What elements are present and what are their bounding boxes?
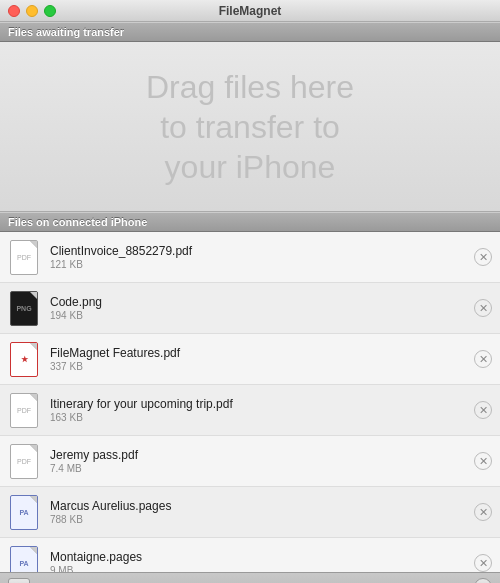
file-list: PDF ClientInvoice_8852279.pdf 121 KB ✕ P…: [0, 232, 500, 572]
maximize-button[interactable]: [44, 5, 56, 17]
close-button[interactable]: [8, 5, 20, 17]
help-button[interactable]: ?: [474, 578, 492, 584]
list-item: ★ FileMagnet Features.pdf 337 KB ✕: [0, 334, 500, 385]
drop-zone-text: Drag files here to transfer to your iPho…: [146, 67, 354, 187]
file-info: Montaigne.pages 9 MB: [50, 550, 474, 572]
list-item: PDF ClientInvoice_8852279.pdf 121 KB ✕: [0, 232, 500, 283]
list-item: PA Montaigne.pages 9 MB ✕: [0, 538, 500, 572]
window-title: FileMagnet: [219, 4, 282, 18]
file-info: Jeremy pass.pdf 7.4 MB: [50, 448, 474, 474]
title-bar: FileMagnet: [0, 0, 500, 22]
file-info: ClientInvoice_8852279.pdf 121 KB: [50, 244, 474, 270]
file-type-icon: PDF: [8, 391, 40, 429]
file-remove-button[interactable]: ✕: [474, 452, 492, 470]
file-size: 163 KB: [50, 412, 474, 423]
add-button[interactable]: +: [8, 578, 30, 584]
file-remove-button[interactable]: ✕: [474, 554, 492, 572]
list-item: PNG Code.png 194 KB ✕: [0, 283, 500, 334]
file-size: 9 MB: [50, 565, 474, 572]
file-info: Code.png 194 KB: [50, 295, 474, 321]
file-name: Itinerary for your upcoming trip.pdf: [50, 397, 474, 411]
file-name: Jeremy pass.pdf: [50, 448, 474, 462]
file-type-icon: ★: [8, 340, 40, 378]
file-name: FileMagnet Features.pdf: [50, 346, 474, 360]
file-name: ClientInvoice_8852279.pdf: [50, 244, 474, 258]
file-size: 194 KB: [50, 310, 474, 321]
file-type-icon: PA: [8, 544, 40, 572]
file-info: FileMagnet Features.pdf 337 KB: [50, 346, 474, 372]
file-remove-button[interactable]: ✕: [474, 503, 492, 521]
awaiting-section-header: Files awaiting transfer: [0, 22, 500, 42]
connected-section-header: Files on connected iPhone: [0, 212, 500, 232]
file-size: 7.4 MB: [50, 463, 474, 474]
file-name: Marcus Aurelius.pages: [50, 499, 474, 513]
file-size: 121 KB: [50, 259, 474, 270]
file-type-icon: PA: [8, 493, 40, 531]
file-name: Montaigne.pages: [50, 550, 474, 564]
file-remove-button[interactable]: ✕: [474, 299, 492, 317]
file-type-icon: PNG: [8, 289, 40, 327]
file-info: Itinerary for your upcoming trip.pdf 163…: [50, 397, 474, 423]
file-info: Marcus Aurelius.pages 788 KB: [50, 499, 474, 525]
window-controls: [8, 5, 56, 17]
file-size: 337 KB: [50, 361, 474, 372]
file-type-icon: PDF: [8, 442, 40, 480]
file-name: Code.png: [50, 295, 474, 309]
list-item: PDF Jeremy pass.pdf 7.4 MB ✕: [0, 436, 500, 487]
list-item: PDF Itinerary for your upcoming trip.pdf…: [0, 385, 500, 436]
list-item: PA Marcus Aurelius.pages 788 KB ✕: [0, 487, 500, 538]
file-remove-button[interactable]: ✕: [474, 401, 492, 419]
drop-zone[interactable]: Drag files here to transfer to your iPho…: [0, 42, 500, 212]
bottom-bar: + Connected to Joseph Castillo's iPad. ?: [0, 572, 500, 583]
file-size: 788 KB: [50, 514, 474, 525]
file-type-icon: PDF: [8, 238, 40, 276]
file-remove-button[interactable]: ✕: [474, 350, 492, 368]
minimize-button[interactable]: [26, 5, 38, 17]
file-remove-button[interactable]: ✕: [474, 248, 492, 266]
